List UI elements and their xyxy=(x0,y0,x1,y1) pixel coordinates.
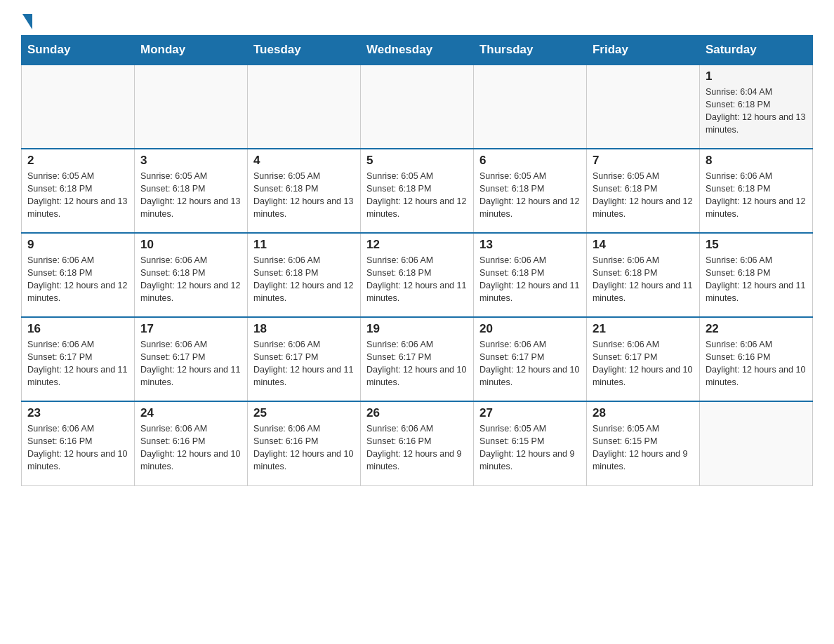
day-number: 3 xyxy=(140,154,241,168)
day-number: 15 xyxy=(706,238,807,252)
day-number: 11 xyxy=(253,238,355,252)
day-number: 24 xyxy=(140,406,241,420)
day-info: Sunrise: 6:06 AMSunset: 6:17 PMDaylight:… xyxy=(593,338,694,389)
day-number: 4 xyxy=(253,154,355,168)
day-number: 8 xyxy=(706,154,807,168)
day-number: 28 xyxy=(593,406,694,420)
day-number: 22 xyxy=(706,322,807,336)
calendar-cell xyxy=(699,401,812,485)
day-number: 16 xyxy=(27,322,128,336)
day-info: Sunrise: 6:06 AMSunset: 6:16 PMDaylight:… xyxy=(140,422,241,474)
calendar-cell: 1Sunrise: 6:04 AMSunset: 6:18 PMDaylight… xyxy=(699,65,812,149)
day-number: 7 xyxy=(593,154,694,168)
day-info: Sunrise: 6:05 AMSunset: 6:18 PMDaylight:… xyxy=(479,170,581,221)
day-info: Sunrise: 6:06 AMSunset: 6:18 PMDaylight:… xyxy=(593,254,694,305)
calendar-cell: 22Sunrise: 6:06 AMSunset: 6:16 PMDayligh… xyxy=(699,317,812,401)
day-info: Sunrise: 6:06 AMSunset: 6:18 PMDaylight:… xyxy=(140,254,241,305)
calendar-cell: 8Sunrise: 6:06 AMSunset: 6:18 PMDaylight… xyxy=(699,149,812,233)
day-number: 10 xyxy=(140,238,241,252)
calendar-week-row: 9Sunrise: 6:06 AMSunset: 6:18 PMDaylight… xyxy=(22,233,813,317)
logo-block xyxy=(21,14,32,22)
day-info: Sunrise: 6:06 AMSunset: 6:16 PMDaylight:… xyxy=(366,422,468,474)
calendar-week-row: 16Sunrise: 6:06 AMSunset: 6:17 PMDayligh… xyxy=(22,317,813,401)
day-number: 12 xyxy=(366,238,468,252)
day-number: 23 xyxy=(27,406,128,420)
calendar-cell: 27Sunrise: 6:05 AMSunset: 6:15 PMDayligh… xyxy=(473,401,586,485)
day-info: Sunrise: 6:05 AMSunset: 6:15 PMDaylight:… xyxy=(593,422,694,474)
header-thursday: Thursday xyxy=(473,36,586,65)
calendar-cell: 19Sunrise: 6:06 AMSunset: 6:17 PMDayligh… xyxy=(360,317,473,401)
calendar-cell: 17Sunrise: 6:06 AMSunset: 6:17 PMDayligh… xyxy=(134,317,247,401)
calendar-cell: 12Sunrise: 6:06 AMSunset: 6:18 PMDayligh… xyxy=(360,233,473,317)
calendar-cell: 25Sunrise: 6:06 AMSunset: 6:16 PMDayligh… xyxy=(247,401,360,485)
day-info: Sunrise: 6:04 AMSunset: 6:18 PMDaylight:… xyxy=(706,86,807,137)
day-number: 26 xyxy=(366,406,468,420)
calendar-cell: 21Sunrise: 6:06 AMSunset: 6:17 PMDayligh… xyxy=(586,317,699,401)
calendar-cell: 16Sunrise: 6:06 AMSunset: 6:17 PMDayligh… xyxy=(22,317,135,401)
day-number: 9 xyxy=(27,238,128,252)
calendar-cell: 6Sunrise: 6:05 AMSunset: 6:18 PMDaylight… xyxy=(473,149,586,233)
day-info: Sunrise: 6:06 AMSunset: 6:18 PMDaylight:… xyxy=(706,254,807,305)
calendar-cell: 3Sunrise: 6:05 AMSunset: 6:18 PMDaylight… xyxy=(134,149,247,233)
page-header xyxy=(21,14,813,22)
day-number: 13 xyxy=(479,238,581,252)
calendar-table: Sunday Monday Tuesday Wednesday Thursday… xyxy=(21,35,813,486)
calendar-header-row: Sunday Monday Tuesday Wednesday Thursday… xyxy=(22,36,813,65)
day-number: 17 xyxy=(140,322,241,336)
day-info: Sunrise: 6:06 AMSunset: 6:18 PMDaylight:… xyxy=(366,254,468,305)
header-sunday: Sunday xyxy=(22,36,135,65)
day-number: 2 xyxy=(27,154,128,168)
calendar-cell: 4Sunrise: 6:05 AMSunset: 6:18 PMDaylight… xyxy=(247,149,360,233)
calendar-week-row: 1Sunrise: 6:04 AMSunset: 6:18 PMDaylight… xyxy=(22,65,813,149)
day-number: 25 xyxy=(253,406,355,420)
logo xyxy=(21,14,32,22)
day-info: Sunrise: 6:06 AMSunset: 6:17 PMDaylight:… xyxy=(479,338,581,389)
calendar-cell: 9Sunrise: 6:06 AMSunset: 6:18 PMDaylight… xyxy=(22,233,135,317)
day-info: Sunrise: 6:05 AMSunset: 6:18 PMDaylight:… xyxy=(366,170,468,221)
day-info: Sunrise: 6:06 AMSunset: 6:18 PMDaylight:… xyxy=(253,254,355,305)
day-info: Sunrise: 6:06 AMSunset: 6:17 PMDaylight:… xyxy=(140,338,241,389)
day-info: Sunrise: 6:05 AMSunset: 6:18 PMDaylight:… xyxy=(140,170,241,221)
calendar-cell xyxy=(22,65,135,149)
logo-arrow-icon xyxy=(22,14,32,29)
day-number: 14 xyxy=(593,238,694,252)
day-info: Sunrise: 6:06 AMSunset: 6:18 PMDaylight:… xyxy=(27,254,128,305)
day-number: 5 xyxy=(366,154,468,168)
calendar-cell xyxy=(473,65,586,149)
day-info: Sunrise: 6:05 AMSunset: 6:18 PMDaylight:… xyxy=(253,170,355,221)
header-tuesday: Tuesday xyxy=(247,36,360,65)
day-number: 6 xyxy=(479,154,581,168)
calendar-cell: 15Sunrise: 6:06 AMSunset: 6:18 PMDayligh… xyxy=(699,233,812,317)
header-saturday: Saturday xyxy=(699,36,812,65)
calendar-cell: 20Sunrise: 6:06 AMSunset: 6:17 PMDayligh… xyxy=(473,317,586,401)
calendar-cell: 13Sunrise: 6:06 AMSunset: 6:18 PMDayligh… xyxy=(473,233,586,317)
day-number: 19 xyxy=(366,322,468,336)
calendar-cell: 5Sunrise: 6:05 AMSunset: 6:18 PMDaylight… xyxy=(360,149,473,233)
calendar-cell: 23Sunrise: 6:06 AMSunset: 6:16 PMDayligh… xyxy=(22,401,135,485)
day-number: 27 xyxy=(479,406,581,420)
calendar-cell: 14Sunrise: 6:06 AMSunset: 6:18 PMDayligh… xyxy=(586,233,699,317)
day-info: Sunrise: 6:05 AMSunset: 6:15 PMDaylight:… xyxy=(479,422,581,474)
calendar-cell: 26Sunrise: 6:06 AMSunset: 6:16 PMDayligh… xyxy=(360,401,473,485)
calendar-cell: 18Sunrise: 6:06 AMSunset: 6:17 PMDayligh… xyxy=(247,317,360,401)
calendar-cell: 7Sunrise: 6:05 AMSunset: 6:18 PMDaylight… xyxy=(586,149,699,233)
calendar-cell xyxy=(586,65,699,149)
calendar-cell: 24Sunrise: 6:06 AMSunset: 6:16 PMDayligh… xyxy=(134,401,247,485)
day-info: Sunrise: 6:06 AMSunset: 6:18 PMDaylight:… xyxy=(706,170,807,221)
day-info: Sunrise: 6:05 AMSunset: 6:18 PMDaylight:… xyxy=(593,170,694,221)
calendar-cell xyxy=(134,65,247,149)
day-info: Sunrise: 6:06 AMSunset: 6:16 PMDaylight:… xyxy=(706,338,807,389)
day-info: Sunrise: 6:06 AMSunset: 6:16 PMDaylight:… xyxy=(253,422,355,474)
day-info: Sunrise: 6:06 AMSunset: 6:18 PMDaylight:… xyxy=(479,254,581,305)
day-number: 18 xyxy=(253,322,355,336)
calendar-week-row: 2Sunrise: 6:05 AMSunset: 6:18 PMDaylight… xyxy=(22,149,813,233)
calendar-cell: 11Sunrise: 6:06 AMSunset: 6:18 PMDayligh… xyxy=(247,233,360,317)
header-monday: Monday xyxy=(134,36,247,65)
calendar-cell xyxy=(360,65,473,149)
day-number: 21 xyxy=(593,322,694,336)
day-number: 20 xyxy=(479,322,581,336)
day-info: Sunrise: 6:06 AMSunset: 6:17 PMDaylight:… xyxy=(253,338,355,389)
day-info: Sunrise: 6:06 AMSunset: 6:17 PMDaylight:… xyxy=(27,338,128,389)
calendar-cell xyxy=(247,65,360,149)
calendar-cell: 2Sunrise: 6:05 AMSunset: 6:18 PMDaylight… xyxy=(22,149,135,233)
